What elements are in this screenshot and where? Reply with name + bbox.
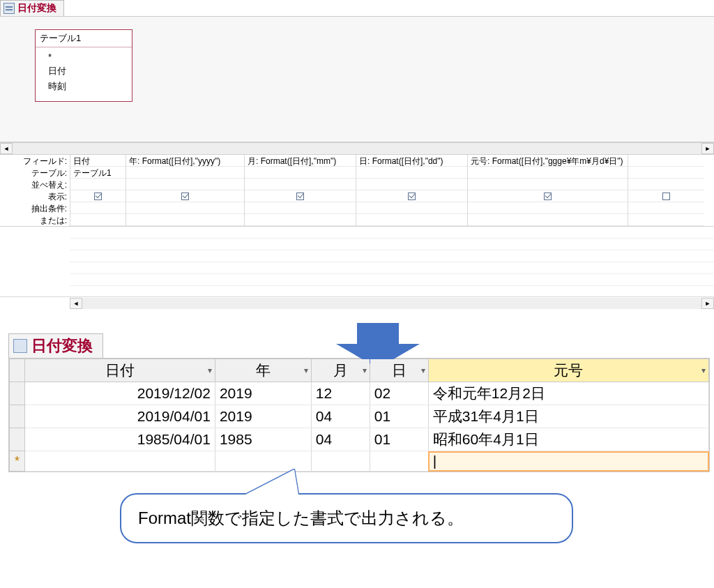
field-item[interactable]: 時刻	[48, 79, 132, 94]
design-column[interactable]: 月: Format([日付],"mm")	[244, 155, 356, 226]
cell[interactable]	[215, 451, 311, 472]
dropdown-icon[interactable]: ▾	[421, 365, 425, 375]
field-item[interactable]: *	[48, 50, 132, 63]
cell[interactable]: 01	[370, 405, 428, 428]
show-checkbox-cell[interactable]	[468, 190, 628, 202]
row-selector-corner[interactable]	[10, 359, 25, 382]
column-header[interactable]: 日付▾	[25, 359, 215, 382]
cell[interactable]: 2019	[215, 382, 311, 405]
column-header[interactable]: 月▾	[311, 359, 370, 382]
grid-cell[interactable]	[468, 179, 628, 190]
grid-cell[interactable]	[70, 214, 126, 226]
cell[interactable]: 2019/04/01	[25, 405, 215, 428]
scroll-track[interactable]	[82, 298, 701, 309]
scroll-right-icon[interactable]: ►	[701, 298, 714, 309]
dropdown-icon[interactable]: ▾	[208, 365, 212, 375]
grid-cell[interactable]	[126, 202, 244, 214]
checkbox-icon[interactable]	[181, 193, 189, 200]
scroll-right-icon[interactable]: ►	[701, 143, 714, 154]
grid-cell[interactable]	[628, 167, 704, 179]
table-row[interactable]: 1985/04/0119850401昭和60年4月1日	[10, 428, 709, 451]
cell[interactable]: 平成31年4月1日	[428, 405, 708, 428]
checkbox-icon[interactable]	[296, 193, 304, 200]
cell[interactable]	[370, 451, 428, 472]
design-column[interactable]: 日: Format([日付],"dd")	[356, 155, 467, 226]
checkbox-icon[interactable]	[408, 193, 416, 200]
grid-cell[interactable]	[126, 214, 244, 226]
row-selector[interactable]	[10, 382, 25, 405]
checkbox-icon[interactable]	[94, 193, 102, 200]
result-tab[interactable]: 日付変換	[8, 333, 103, 358]
grid-cell[interactable]	[468, 202, 628, 214]
grid-cell[interactable]	[126, 179, 244, 190]
design-column[interactable]	[628, 155, 704, 226]
grid-cell[interactable]	[628, 202, 704, 214]
grid-cell[interactable]	[126, 167, 244, 179]
source-table-box[interactable]: テーブル1 * 日付 時刻	[35, 29, 132, 102]
scroll-left-icon[interactable]: ◄	[70, 298, 82, 309]
grid-cell[interactable]	[245, 179, 356, 190]
cell[interactable]: 01	[370, 428, 428, 451]
design-grid-scrollbar[interactable]: ◄ ►	[0, 296, 714, 309]
cell[interactable]: 2019	[215, 405, 311, 428]
grid-cell[interactable]: 年: Format([日付],"yyyy")	[126, 155, 244, 167]
checkbox-icon[interactable]	[662, 193, 670, 200]
cell[interactable]: 1985/04/01	[25, 428, 215, 451]
row-selector[interactable]	[10, 405, 25, 428]
query-tab[interactable]: 日付変換	[0, 0, 64, 16]
grid-cell[interactable]	[245, 214, 356, 226]
checkbox-icon[interactable]	[544, 193, 552, 200]
grid-cell[interactable]	[356, 202, 467, 214]
row-selector[interactable]	[10, 428, 25, 451]
grid-cell[interactable]	[628, 155, 704, 167]
show-checkbox-cell[interactable]	[628, 190, 704, 202]
show-checkbox-cell[interactable]	[126, 190, 244, 202]
table-relations-pane[interactable]: テーブル1 * 日付 時刻	[0, 17, 714, 142]
grid-cell[interactable]	[245, 202, 356, 214]
cell[interactable]: 令和元年12月2日	[428, 382, 708, 405]
cell[interactable]: |	[428, 451, 708, 472]
grid-cell[interactable]	[356, 179, 467, 190]
grid-cell[interactable]	[468, 167, 628, 179]
grid-cell[interactable]	[356, 167, 467, 179]
grid-cell[interactable]	[356, 214, 467, 226]
grid-cell[interactable]	[628, 179, 704, 190]
cell[interactable]: 1985	[215, 428, 311, 451]
cell[interactable]: 02	[370, 382, 428, 405]
new-row[interactable]: *|	[10, 451, 709, 472]
column-header[interactable]: 日▾	[370, 359, 428, 382]
result-datasheet[interactable]: 日付▾年▾月▾日▾元号▾ 2019/12/0220191202令和元年12月2日…	[8, 358, 710, 472]
grid-cell[interactable]	[70, 202, 126, 214]
scroll-left-icon[interactable]: ◄	[0, 143, 13, 154]
grid-cell[interactable]: 月: Format([日付],"mm")	[245, 155, 356, 167]
grid-cell[interactable]: テーブル1	[70, 167, 126, 179]
grid-cell[interactable]: 元号: Format([日付],"ggge¥年m¥月d¥日")	[468, 155, 628, 167]
field-item[interactable]: 日付	[48, 63, 132, 79]
cell[interactable]: 2019/12/02	[25, 382, 215, 405]
pane-scrollbar[interactable]: ◄ ►	[0, 142, 714, 155]
dropdown-icon[interactable]: ▾	[701, 365, 706, 375]
cell[interactable]: 12	[311, 382, 370, 405]
table-row[interactable]: 2019/12/0220191202令和元年12月2日	[10, 382, 709, 405]
cell[interactable]: 昭和60年4月1日	[428, 428, 708, 451]
show-checkbox-cell[interactable]	[356, 190, 467, 202]
grid-cell[interactable]	[628, 214, 704, 226]
scroll-track[interactable]	[13, 143, 701, 154]
grid-cell[interactable]	[468, 214, 628, 226]
grid-cell[interactable]	[245, 167, 356, 179]
grid-cell[interactable]: 日: Format([日付],"dd")	[356, 155, 467, 167]
table-row[interactable]: 2019/04/0120190401平成31年4月1日	[10, 405, 709, 428]
show-checkbox-cell[interactable]	[70, 190, 126, 202]
cell[interactable]: 04	[311, 428, 370, 451]
design-column[interactable]: 日付テーブル1	[70, 155, 126, 226]
grid-cell[interactable]: 日付	[70, 155, 126, 167]
column-header[interactable]: 元号▾	[428, 359, 708, 382]
design-column[interactable]: 年: Format([日付],"yyyy")	[126, 155, 244, 226]
design-column[interactable]: 元号: Format([日付],"ggge¥年m¥月d¥日")	[467, 155, 628, 226]
dropdown-icon[interactable]: ▾	[363, 365, 367, 375]
grid-cell[interactable]	[70, 179, 126, 190]
show-checkbox-cell[interactable]	[245, 190, 356, 202]
cell[interactable]	[311, 451, 370, 472]
dropdown-icon[interactable]: ▾	[304, 365, 308, 375]
column-header[interactable]: 年▾	[215, 359, 311, 382]
